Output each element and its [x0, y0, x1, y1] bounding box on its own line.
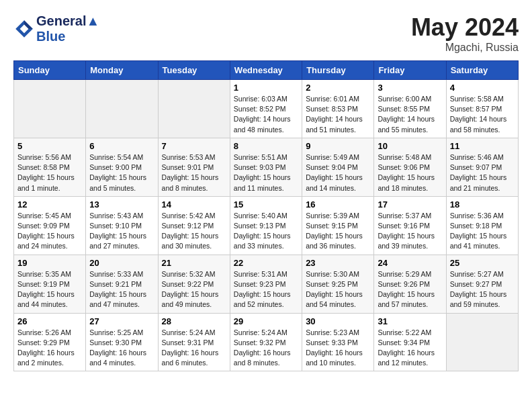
- day-info: Sunrise: 5:48 AM Sunset: 9:06 PM Dayligh…: [378, 152, 442, 193]
- day-info: Sunrise: 5:43 AM Sunset: 9:10 PM Dayligh…: [89, 211, 154, 252]
- calendar-day-cell: 20Sunrise: 5:33 AM Sunset: 9:21 PM Dayli…: [86, 255, 158, 313]
- month-title: May 2024: [411, 13, 519, 42]
- calendar-day-cell: 25Sunrise: 5:27 AM Sunset: 9:27 PM Dayli…: [446, 255, 518, 313]
- day-number: 18: [450, 199, 515, 210]
- day-number: 26: [17, 316, 82, 326]
- day-number: 25: [450, 258, 515, 268]
- calendar-day-cell: 19Sunrise: 5:35 AM Sunset: 9:19 PM Dayli…: [14, 255, 86, 313]
- day-number: 6: [89, 141, 154, 151]
- calendar-day-cell: 10Sunrise: 5:48 AM Sunset: 9:06 PM Dayli…: [374, 138, 446, 196]
- calendar-day-cell: 17Sunrise: 5:37 AM Sunset: 9:16 PM Dayli…: [374, 196, 446, 255]
- day-info: Sunrise: 5:58 AM Sunset: 8:57 PM Dayligh…: [450, 94, 515, 135]
- calendar-day-cell: 2Sunrise: 6:01 AM Sunset: 8:53 PM Daylig…: [302, 80, 374, 138]
- calendar-week-row: 12Sunrise: 5:45 AM Sunset: 9:09 PM Dayli…: [14, 196, 519, 255]
- day-number: 5: [17, 141, 82, 151]
- calendar-day-cell: 16Sunrise: 5:39 AM Sunset: 9:15 PM Dayli…: [302, 196, 374, 255]
- day-number: 22: [234, 258, 298, 268]
- title-area: May 2024 Mgachi, Russia: [411, 13, 519, 54]
- calendar-day-cell: [14, 80, 86, 138]
- day-number: 20: [89, 258, 154, 268]
- calendar-day-cell: [446, 313, 518, 371]
- calendar-day-cell: 29Sunrise: 5:24 AM Sunset: 9:32 PM Dayli…: [230, 313, 302, 371]
- calendar-day-cell: 24Sunrise: 5:29 AM Sunset: 9:26 PM Dayli…: [374, 255, 446, 313]
- day-number: 16: [306, 199, 370, 210]
- day-info: Sunrise: 5:26 AM Sunset: 9:29 PM Dayligh…: [17, 328, 82, 369]
- day-info: Sunrise: 5:56 AM Sunset: 8:58 PM Dayligh…: [17, 152, 82, 193]
- day-info: Sunrise: 5:46 AM Sunset: 9:07 PM Dayligh…: [450, 152, 515, 193]
- day-info: Sunrise: 5:39 AM Sunset: 9:15 PM Dayligh…: [306, 211, 370, 252]
- calendar-day-cell: 21Sunrise: 5:32 AM Sunset: 9:22 PM Dayli…: [158, 255, 230, 313]
- day-number: 31: [378, 316, 442, 326]
- day-info: Sunrise: 6:00 AM Sunset: 8:55 PM Dayligh…: [378, 94, 442, 135]
- day-number: 28: [162, 316, 226, 326]
- calendar-week-row: 5Sunrise: 5:56 AM Sunset: 8:58 PM Daylig…: [14, 138, 519, 196]
- calendar-day-cell: 26Sunrise: 5:26 AM Sunset: 9:29 PM Dayli…: [14, 313, 86, 371]
- calendar-day-cell: 7Sunrise: 5:53 AM Sunset: 9:01 PM Daylig…: [158, 138, 230, 196]
- day-info: Sunrise: 5:23 AM Sunset: 9:33 PM Dayligh…: [306, 328, 370, 369]
- calendar-day-cell: 14Sunrise: 5:42 AM Sunset: 9:12 PM Dayli…: [158, 196, 230, 255]
- calendar-day-cell: 3Sunrise: 6:00 AM Sunset: 8:55 PM Daylig…: [374, 80, 446, 138]
- day-number: 27: [89, 316, 154, 326]
- calendar-day-cell: 28Sunrise: 5:24 AM Sunset: 9:31 PM Dayli…: [158, 313, 230, 371]
- day-info: Sunrise: 5:31 AM Sunset: 9:23 PM Dayligh…: [234, 269, 298, 310]
- day-info: Sunrise: 5:33 AM Sunset: 9:21 PM Dayligh…: [89, 269, 154, 310]
- calendar-day-cell: [158, 80, 230, 138]
- day-number: 17: [378, 199, 442, 210]
- calendar-day-cell: 18Sunrise: 5:36 AM Sunset: 9:18 PM Dayli…: [446, 196, 518, 255]
- day-info: Sunrise: 5:24 AM Sunset: 9:31 PM Dayligh…: [162, 328, 226, 369]
- calendar-day-cell: 5Sunrise: 5:56 AM Sunset: 8:58 PM Daylig…: [14, 138, 86, 196]
- page-header: General▲ Blue May 2024 Mgachi, Russia: [13, 13, 519, 54]
- calendar-table: SundayMondayTuesdayWednesdayThursdayFrid…: [13, 60, 519, 371]
- calendar-week-row: 1Sunrise: 6:03 AM Sunset: 8:52 PM Daylig…: [14, 80, 519, 138]
- calendar-day-cell: 27Sunrise: 5:25 AM Sunset: 9:30 PM Dayli…: [86, 313, 158, 371]
- day-number: 14: [162, 199, 226, 210]
- day-info: Sunrise: 6:03 AM Sunset: 8:52 PM Dayligh…: [234, 94, 298, 135]
- logo: General▲ Blue: [13, 13, 99, 44]
- calendar-day-cell: 8Sunrise: 5:51 AM Sunset: 9:03 PM Daylig…: [230, 138, 302, 196]
- day-info: Sunrise: 5:51 AM Sunset: 9:03 PM Dayligh…: [234, 152, 298, 193]
- day-number: 7: [162, 141, 226, 151]
- logo-text: General▲ Blue: [36, 13, 99, 44]
- weekday-header-cell: Friday: [374, 61, 446, 80]
- day-number: 1: [234, 83, 298, 93]
- day-number: 10: [378, 141, 442, 151]
- weekday-header-cell: Monday: [86, 61, 158, 80]
- calendar-day-cell: 30Sunrise: 5:23 AM Sunset: 9:33 PM Dayli…: [302, 313, 374, 371]
- weekday-header-cell: Saturday: [446, 61, 518, 80]
- day-number: 2: [306, 83, 370, 93]
- day-info: Sunrise: 5:22 AM Sunset: 9:34 PM Dayligh…: [378, 328, 442, 369]
- day-info: Sunrise: 5:24 AM Sunset: 9:32 PM Dayligh…: [234, 328, 298, 369]
- calendar-day-cell: 9Sunrise: 5:49 AM Sunset: 9:04 PM Daylig…: [302, 138, 374, 196]
- calendar-day-cell: 6Sunrise: 5:54 AM Sunset: 9:00 PM Daylig…: [86, 138, 158, 196]
- day-info: Sunrise: 5:27 AM Sunset: 9:27 PM Dayligh…: [450, 269, 515, 310]
- calendar-day-cell: 22Sunrise: 5:31 AM Sunset: 9:23 PM Dayli…: [230, 255, 302, 313]
- day-number: 19: [17, 258, 82, 268]
- weekday-header-cell: Sunday: [14, 61, 86, 80]
- calendar-day-cell: 31Sunrise: 5:22 AM Sunset: 9:34 PM Dayli…: [374, 313, 446, 371]
- weekday-header-cell: Thursday: [302, 61, 374, 80]
- day-info: Sunrise: 6:01 AM Sunset: 8:53 PM Dayligh…: [306, 94, 370, 135]
- day-info: Sunrise: 5:42 AM Sunset: 9:12 PM Dayligh…: [162, 211, 226, 252]
- day-info: Sunrise: 5:49 AM Sunset: 9:04 PM Dayligh…: [306, 152, 370, 193]
- weekday-header-cell: Wednesday: [230, 61, 302, 80]
- day-number: 3: [378, 83, 442, 93]
- calendar-day-cell: 23Sunrise: 5:30 AM Sunset: 9:25 PM Dayli…: [302, 255, 374, 313]
- day-number: 30: [306, 316, 370, 326]
- day-info: Sunrise: 5:40 AM Sunset: 9:13 PM Dayligh…: [234, 211, 298, 252]
- calendar-day-cell: 13Sunrise: 5:43 AM Sunset: 9:10 PM Dayli…: [86, 196, 158, 255]
- calendar-day-cell: 12Sunrise: 5:45 AM Sunset: 9:09 PM Dayli…: [14, 196, 86, 255]
- day-info: Sunrise: 5:29 AM Sunset: 9:26 PM Dayligh…: [378, 269, 442, 310]
- calendar-day-cell: [86, 80, 158, 138]
- day-number: 29: [234, 316, 298, 326]
- day-info: Sunrise: 5:36 AM Sunset: 9:18 PM Dayligh…: [450, 211, 515, 252]
- day-info: Sunrise: 5:53 AM Sunset: 9:01 PM Dayligh…: [162, 152, 226, 193]
- day-info: Sunrise: 5:25 AM Sunset: 9:30 PM Dayligh…: [89, 328, 154, 369]
- day-number: 8: [234, 141, 298, 151]
- weekday-header-cell: Tuesday: [158, 61, 230, 80]
- calendar-day-cell: 15Sunrise: 5:40 AM Sunset: 9:13 PM Dayli…: [230, 196, 302, 255]
- day-number: 24: [378, 258, 442, 268]
- calendar-day-cell: 11Sunrise: 5:46 AM Sunset: 9:07 PM Dayli…: [446, 138, 518, 196]
- day-info: Sunrise: 5:35 AM Sunset: 9:19 PM Dayligh…: [17, 269, 82, 310]
- calendar-body: 1Sunrise: 6:03 AM Sunset: 8:52 PM Daylig…: [14, 80, 519, 371]
- day-info: Sunrise: 5:37 AM Sunset: 9:16 PM Dayligh…: [378, 211, 442, 252]
